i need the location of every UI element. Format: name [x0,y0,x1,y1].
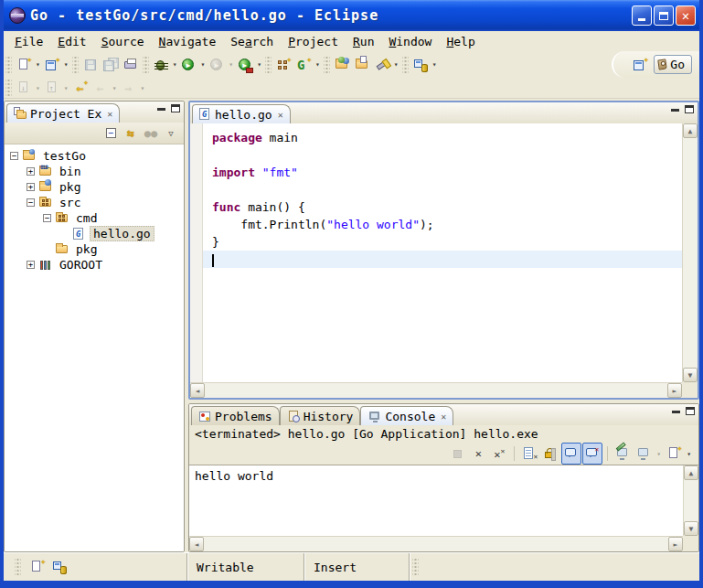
remove-all-launches-button[interactable]: ✕ [489,443,509,465]
new-go-file-dropdown[interactable]: ▾ [314,60,322,69]
editor-horizontal-scrollbar[interactable]: ◄ ► [190,382,682,398]
scroll-up-icon[interactable]: ▲ [683,123,698,138]
menu-help[interactable]: Help [439,34,482,49]
code-area[interactable]: package main import "fmt" func main() { … [203,123,682,382]
run-button[interactable]: ▶ [178,54,198,76]
tree-item-src[interactable]: − src [5,195,184,210]
minimize-console-button[interactable] [672,411,680,413]
filters-button[interactable]: ●● [142,124,160,143]
pin-console-button[interactable] [612,443,633,465]
window-switch-dropdown[interactable]: ▾ [431,60,439,69]
menu-project[interactable]: Project [281,34,346,49]
menu-navigate[interactable]: Navigate [152,34,224,49]
scroll-right-icon[interactable]: ► [667,383,682,398]
terminate-button[interactable] [447,443,467,465]
tree-item-goroot[interactable]: + GOROOT [5,257,184,273]
tab-console[interactable]: Console ✕ [360,406,453,425]
scroll-left-icon[interactable]: ◄ [190,383,205,398]
link-with-editor-button[interactable]: ⇆ [122,124,140,143]
save-all-button[interactable] [101,54,121,76]
minimize-button[interactable] [632,5,652,26]
open-package-button[interactable] [332,54,352,76]
scroll-right-icon[interactable]: ► [668,537,683,551]
menu-file[interactable]: File [7,34,50,49]
console-horizontal-scrollbar[interactable]: ◄ ► [189,536,683,551]
display-console-button[interactable] [634,443,654,465]
console-vertical-scrollbar[interactable]: ▲ ▼ [683,465,698,536]
open-file-button[interactable] [352,54,372,76]
title-bar[interactable]: Go - testGo/src/cmd/hello.go - Eclipse ✕ [4,0,699,31]
show-stdout-button[interactable] [561,443,581,465]
back-button[interactable]: ← [91,77,111,99]
new-wizard-button[interactable]: ✦ [14,54,34,76]
fast-view-icon[interactable]: ✦ [30,560,45,574]
tab-project-explorer[interactable]: Project Ex ✕ [6,103,120,123]
display-console-dropdown[interactable]: ▾ [655,450,663,458]
scroll-left-icon[interactable]: ◄ [189,537,204,551]
toolbar-grip[interactable] [265,57,272,73]
remove-launch-button[interactable]: ✕ [468,443,488,465]
run-dropdown[interactable]: ▾ [198,60,207,69]
debug-button[interactable] [151,54,171,76]
search-button[interactable] [372,54,392,76]
maximize-button[interactable] [654,5,674,26]
next-annotation-dropdown[interactable]: ▾ [34,84,42,92]
tree-item-testGo[interactable]: − testGo [5,148,184,164]
toolbar-grip[interactable] [402,57,409,73]
external-tools-button[interactable]: ▶ [235,54,255,76]
profile-button[interactable]: ▶ [207,54,227,76]
tree-item-bin[interactable]: + 010 bin [5,164,184,179]
back-dropdown[interactable]: ▾ [111,84,119,92]
maximize-editor-button[interactable] [685,105,694,113]
toolbar-grip[interactable] [324,57,330,73]
maximize-view-button[interactable] [171,104,180,112]
console-output-area[interactable]: hello world ▲ ▼ [189,465,698,536]
collapse-all-button[interactable]: − [101,124,120,143]
close-view-icon[interactable]: ✕ [439,412,446,422]
debug-dropdown[interactable]: ▾ [171,60,179,69]
tree-item-pkg-src[interactable]: pkg [5,241,184,257]
toolbar-grip[interactable] [72,57,79,73]
forward-button[interactable]: → [118,77,138,99]
tree-item-pkg[interactable]: + pkg [5,179,184,195]
toolbar-grip[interactable] [5,57,12,73]
code-editor[interactable]: package main import "fmt" func main() { … [190,123,698,382]
expander-icon[interactable]: − [27,198,35,207]
statusbar-grip[interactable] [409,553,421,581]
new-fastview-button[interactable]: ✦ [42,54,62,76]
statusbar-grip[interactable] [15,559,21,575]
expander-icon[interactable]: + [27,167,35,176]
clear-console-button[interactable] [519,443,539,465]
open-console-button[interactable]: ✦ [664,443,684,465]
minimize-editor-button[interactable] [671,109,679,112]
expander-icon[interactable]: + [27,261,35,269]
print-button[interactable] [121,54,141,76]
window-switch-icon[interactable] [52,560,67,574]
previous-annotation-dropdown[interactable]: ▾ [62,84,70,92]
show-stderr-button[interactable]: ✕ [582,443,602,465]
window-switch-button[interactable] [410,54,431,76]
new-fastview-dropdown[interactable]: ▾ [62,60,70,69]
close-editor-icon[interactable]: ✕ [276,110,283,120]
close-button[interactable]: ✕ [676,5,696,26]
new-go-file-button[interactable]: G✦ [293,54,314,76]
new-wizard-dropdown[interactable]: ▾ [34,60,42,69]
tree-item-cmd[interactable]: − cmd [5,210,184,226]
toolbar-grip[interactable] [5,80,12,96]
new-go-project-button[interactable]: ✦ [273,54,293,76]
scroll-down-icon[interactable]: ▼ [683,368,698,382]
expander-icon[interactable]: + [27,183,35,191]
previous-annotation-button[interactable] [42,77,62,99]
expander-icon[interactable]: − [10,152,18,160]
menu-window[interactable]: Window [381,34,439,49]
minimize-view-button[interactable] [157,108,165,111]
tree-item-hello-go[interactable]: hello.go [5,226,184,241]
next-annotation-button[interactable] [14,77,34,99]
external-tools-dropdown[interactable]: ▾ [255,60,263,69]
close-view-icon[interactable]: ✕ [105,109,112,119]
profile-dropdown[interactable]: ▾ [227,60,235,69]
scroll-up-icon[interactable]: ▲ [684,465,698,480]
menu-source[interactable]: Source [94,34,152,49]
go-perspective-button[interactable]: Go [654,55,692,74]
tab-problems[interactable]: Problems [191,406,280,425]
